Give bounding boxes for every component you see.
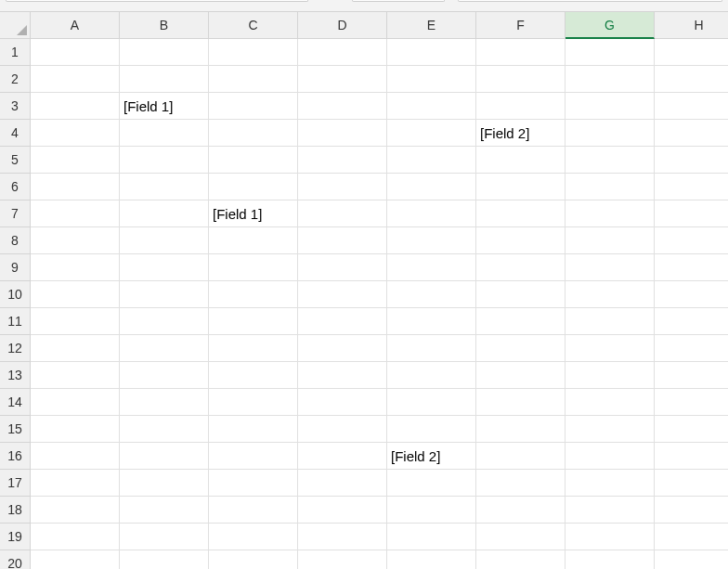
cell-D18[interactable] (298, 497, 387, 524)
cell-D10[interactable] (298, 281, 387, 308)
cell-B9[interactable] (120, 254, 209, 281)
row-header-3[interactable]: 3 (0, 93, 31, 120)
cell-A2[interactable] (31, 66, 120, 93)
cell-B6[interactable] (120, 174, 209, 200)
cell-A3[interactable] (31, 93, 120, 120)
cell-A13[interactable] (31, 362, 120, 389)
cell-G12[interactable] (566, 335, 655, 362)
cell-G7[interactable] (566, 200, 655, 227)
column-header-A[interactable]: A (31, 12, 120, 39)
cell-D16[interactable] (298, 443, 387, 470)
cell-G2[interactable] (566, 66, 655, 93)
cell-A6[interactable] (31, 174, 120, 200)
cell-B20[interactable] (120, 550, 209, 569)
cell-H13[interactable] (655, 362, 728, 389)
cell-D5[interactable] (298, 147, 387, 174)
cell-C4[interactable] (209, 120, 298, 147)
cell-F7[interactable] (476, 200, 566, 227)
formula-fragment-1[interactable] (352, 0, 445, 2)
cell-D4[interactable] (298, 120, 387, 147)
cell-F13[interactable] (476, 362, 566, 389)
cell-D7[interactable] (298, 200, 387, 227)
cell-E1[interactable] (387, 39, 476, 66)
cell-H20[interactable] (655, 550, 728, 569)
cell-A9[interactable] (31, 254, 120, 281)
cell-E7[interactable] (387, 200, 476, 227)
cell-E14[interactable] (387, 389, 476, 416)
row-header-2[interactable]: 2 (0, 66, 31, 93)
cell-C19[interactable] (209, 524, 298, 550)
cell-A5[interactable] (31, 147, 120, 174)
row-header-20[interactable]: 20 (0, 550, 31, 569)
row-header-6[interactable]: 6 (0, 174, 31, 200)
cell-H14[interactable] (655, 389, 728, 416)
cell-C14[interactable] (209, 389, 298, 416)
column-header-G[interactable]: G (566, 12, 655, 39)
cell-F15[interactable] (476, 416, 566, 443)
cell-F17[interactable] (476, 470, 566, 497)
row-header-19[interactable]: 19 (0, 524, 31, 550)
cell-F10[interactable] (476, 281, 566, 308)
row-header-7[interactable]: 7 (0, 200, 31, 227)
row-header-5[interactable]: 5 (0, 147, 31, 174)
cell-F9[interactable] (476, 254, 566, 281)
cell-B17[interactable] (120, 470, 209, 497)
cell-F5[interactable] (476, 147, 566, 174)
cell-H8[interactable] (655, 227, 728, 254)
cell-C8[interactable] (209, 227, 298, 254)
cell-H16[interactable] (655, 443, 728, 470)
cell-G18[interactable] (566, 497, 655, 524)
cell-E10[interactable] (387, 281, 476, 308)
spreadsheet-grid[interactable]: ABCDEFGH123[Field 1]4[Field 2]567[Field … (0, 11, 728, 569)
cell-C18[interactable] (209, 497, 298, 524)
cell-A19[interactable] (31, 524, 120, 550)
cell-B7[interactable] (120, 200, 209, 227)
cell-A1[interactable] (31, 39, 120, 66)
cell-H5[interactable] (655, 147, 728, 174)
row-header-9[interactable]: 9 (0, 254, 31, 281)
cell-D2[interactable] (298, 66, 387, 93)
cell-G4[interactable] (566, 120, 655, 147)
cell-H11[interactable] (655, 308, 728, 335)
cell-G14[interactable] (566, 389, 655, 416)
cell-C1[interactable] (209, 39, 298, 66)
row-header-10[interactable]: 10 (0, 281, 31, 308)
cell-F11[interactable] (476, 308, 566, 335)
cell-F18[interactable] (476, 497, 566, 524)
cell-G19[interactable] (566, 524, 655, 550)
cell-E3[interactable] (387, 93, 476, 120)
cell-H9[interactable] (655, 254, 728, 281)
cell-F4[interactable]: [Field 2] (476, 120, 566, 147)
cell-F8[interactable] (476, 227, 566, 254)
cell-D20[interactable] (298, 550, 387, 569)
select-all-corner[interactable] (0, 12, 31, 39)
cell-C7[interactable]: [Field 1] (209, 200, 298, 227)
cell-G8[interactable] (566, 227, 655, 254)
cell-A7[interactable] (31, 200, 120, 227)
row-header-4[interactable]: 4 (0, 120, 31, 147)
cell-H19[interactable] (655, 524, 728, 550)
cell-D8[interactable] (298, 227, 387, 254)
row-header-1[interactable]: 1 (0, 39, 31, 66)
cell-H4[interactable] (655, 120, 728, 147)
cell-H10[interactable] (655, 281, 728, 308)
cell-B4[interactable] (120, 120, 209, 147)
cell-D1[interactable] (298, 39, 387, 66)
cell-G13[interactable] (566, 362, 655, 389)
cell-B15[interactable] (120, 416, 209, 443)
row-header-18[interactable]: 18 (0, 497, 31, 524)
cell-E9[interactable] (387, 254, 476, 281)
cell-F6[interactable] (476, 174, 566, 200)
cell-C17[interactable] (209, 470, 298, 497)
cell-A18[interactable] (31, 497, 120, 524)
cell-D19[interactable] (298, 524, 387, 550)
cell-C16[interactable] (209, 443, 298, 470)
cell-G3[interactable] (566, 93, 655, 120)
cell-B10[interactable] (120, 281, 209, 308)
cell-D13[interactable] (298, 362, 387, 389)
cell-A16[interactable] (31, 443, 120, 470)
cell-D9[interactable] (298, 254, 387, 281)
cell-C15[interactable] (209, 416, 298, 443)
column-header-E[interactable]: E (387, 12, 476, 39)
cell-C5[interactable] (209, 147, 298, 174)
